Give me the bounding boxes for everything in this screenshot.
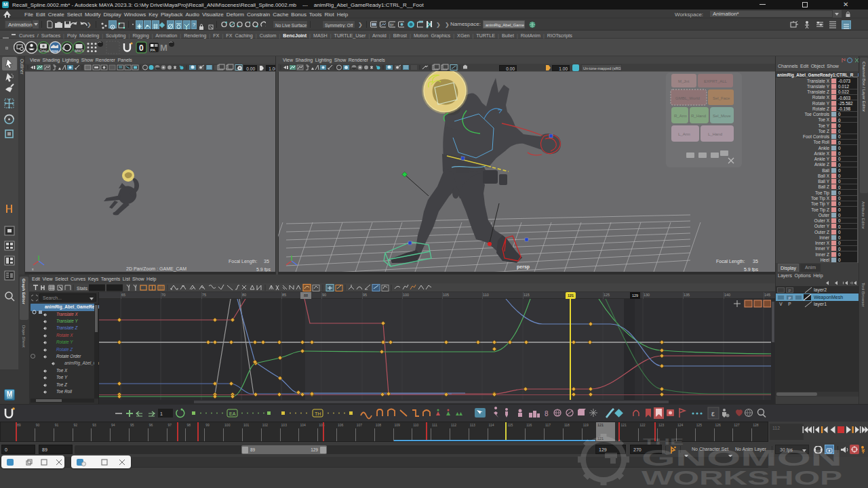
svg-text:Focal Length:: Focal Length: [716, 259, 745, 264]
svg-text:EA: EA [229, 411, 236, 416]
svg-text:ε: ε [711, 409, 715, 418]
svg-text:R_Arm: R_Arm [674, 114, 687, 118]
svg-text:2D Pan/Zoom : GAME_CAM: 2D Pan/Zoom : GAME_CAM [126, 266, 186, 272]
svg-text:1: 1 [160, 411, 163, 416]
svg-text:MlWTl: MlWTl [75, 49, 84, 53]
svg-text:Sel_Move: Sel_Move [713, 114, 731, 118]
svg-text:PA: PA [151, 48, 156, 52]
svg-text:Sel_Face: Sel_Face [713, 96, 730, 100]
svg-text:GMBL_World: GMBL_World [675, 96, 700, 100]
svg-text:L_Hand: L_Hand [708, 132, 722, 136]
svg-text:8: 8 [545, 410, 549, 418]
svg-text:Focal Length:: Focal Length: [229, 259, 257, 264]
svg-text:Stats: Stats [77, 286, 87, 291]
svg-text:persp: persp [517, 264, 530, 270]
svg-text:x: x [32, 267, 34, 271]
svg-text:M_Jnt: M_Jnt [678, 79, 690, 83]
svg-text:35: 35 [753, 259, 758, 264]
svg-text:EXPRT_ALL: EXPRT_ALL [704, 79, 728, 83]
svg-text:ipr: ipr [390, 22, 394, 26]
svg-text:pose: pose [52, 49, 58, 53]
svg-text:5.9 fps: 5.9 fps [744, 267, 759, 272]
svg-text:35: 35 [264, 259, 269, 264]
svg-text:5.9 fps: 5.9 fps [256, 267, 271, 272]
svg-text:R_Hand: R_Hand [691, 114, 706, 118]
svg-text:M: M [160, 43, 167, 53]
svg-text:TH: TH [315, 411, 321, 416]
svg-text:L_Arm: L_Arm [678, 132, 690, 136]
svg-text:0: 0 [139, 43, 144, 53]
svg-text:CtrlsLo: CtrlsLo [39, 49, 50, 53]
